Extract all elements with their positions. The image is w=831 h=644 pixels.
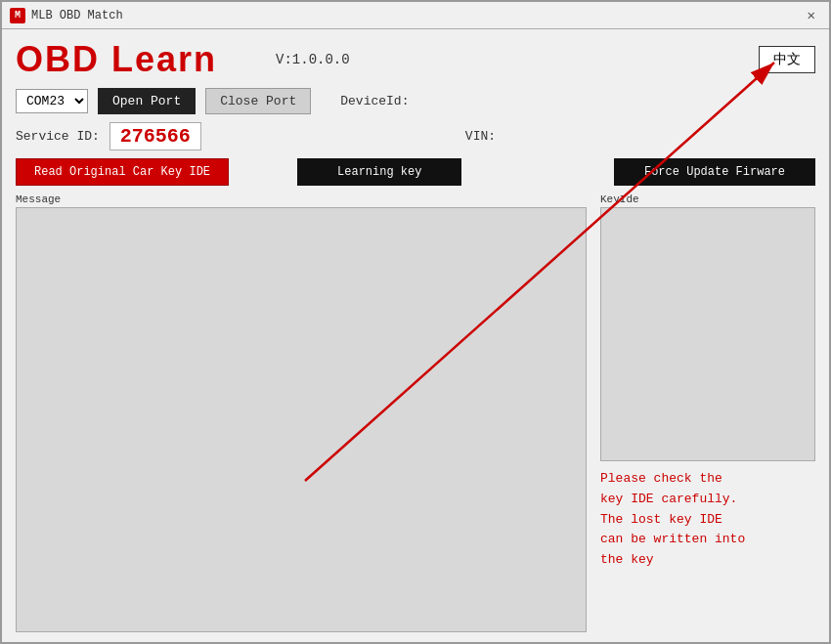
service-id-label: Service ID:: [16, 129, 100, 144]
row-title: OBD Learn V:1.0.0.0 中文: [16, 39, 815, 80]
open-port-button[interactable]: Open Port: [98, 88, 196, 114]
panels-row: Message KeyIde Please check thekey IDE c…: [16, 193, 815, 632]
keyide-panel-label: KeyIde: [600, 193, 815, 205]
device-id-label: DeviceId:: [340, 94, 409, 108]
app-icon: M: [10, 8, 25, 23]
close-port-button[interactable]: Close Port: [205, 88, 311, 114]
row-actions: Read Original Car Key IDE Learning key F…: [16, 158, 815, 186]
vin-label: VIN:: [465, 129, 496, 144]
read-original-key-button[interactable]: Read Original Car Key IDE: [16, 158, 229, 186]
keyide-panel: [600, 207, 815, 461]
message-section: Message: [16, 193, 587, 632]
title-bar-left: M MLB OBD Match: [10, 8, 123, 23]
title-bar-text: MLB OBD Match: [31, 9, 123, 22]
title-bar: M MLB OBD Match ✕: [2, 2, 829, 29]
content-area: OBD Learn V:1.0.0.0 中文 COM23 Open Port C…: [2, 29, 829, 642]
force-update-button[interactable]: Force Update Firware: [614, 158, 815, 186]
notice-text: Please check thekey IDE carefully.The lo…: [600, 469, 815, 571]
message-panel-label: Message: [16, 193, 587, 205]
lang-button[interactable]: 中文: [759, 46, 815, 73]
com-port-select[interactable]: COM23: [16, 89, 88, 113]
version-label: V:1.0.0.0: [276, 52, 350, 67]
main-window: M MLB OBD Match ✕ OBD Learn V:1.0.0.0 中文…: [0, 0, 831, 644]
row-comport: COM23 Open Port Close Port DeviceId:: [16, 88, 815, 114]
keyide-section: KeyIde Please check thekey IDE carefully…: [600, 193, 815, 632]
service-id-value: 276566: [109, 122, 201, 150]
row-service: Service ID: 276566 VIN:: [16, 122, 815, 150]
close-button[interactable]: ✕: [802, 5, 821, 25]
message-panel: [16, 207, 587, 632]
learning-key-button[interactable]: Learning key: [297, 158, 461, 186]
obd-title: OBD Learn: [16, 39, 217, 80]
